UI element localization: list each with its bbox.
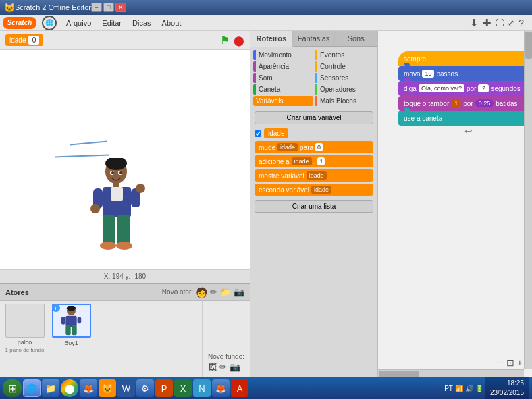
minimize-button[interactable]: − [91,3,102,12]
taskbar-chrome[interactable]: ⬤ [61,379,78,397]
stage-controls: ⚑ ⬤ [220,34,244,47]
bg-brush-icon[interactable]: ✏ [219,362,227,372]
new-bg-label: Novo fundo: [208,353,244,361]
stage-line-1 [70,140,107,145]
block-mude-var[interactable]: mude idade para 0 [255,141,373,153]
cat-sensores[interactable]: Sensores [315,73,375,83]
blocks-tabs: Roteiros Fantasias Sons [250,31,377,47]
add-icon[interactable]: ✚ [483,17,491,29]
create-list-button[interactable]: Criar uma lista [255,200,373,213]
svg-rect-21 [78,317,82,323]
fullscreen-icon[interactable]: ⛶ [496,18,504,28]
actor1-name: Boy1 [64,340,78,346]
cat-eventos[interactable]: Eventos [315,50,375,60]
stop-button[interactable]: ⬤ [234,35,244,46]
taskbar: ⊞ 🌐 📁 ⬤ 🦊 🐱 W ⚙ P X N 🦊 A PT 📶 🔊 🔋 18:25… [0,377,532,399]
new-bg-area: Novo fundo: 🖼 ✏ 📷 [202,301,250,377]
resize-icon[interactable]: ⤢ [508,18,514,28]
svg-rect-2 [113,182,119,187]
zoom-fit-button[interactable]: ⊡ [506,357,514,368]
taskbar-excel[interactable]: X [174,379,192,397]
zoom-controls: − ⊡ + [498,357,523,368]
zoom-out-button[interactable]: − [498,357,504,368]
cat-aparencia[interactable]: Aparência [253,61,313,72]
bg-camera-icon[interactable]: 📷 [230,362,240,372]
block-mostre-var: idade [307,171,327,180]
new-actor-person-icon[interactable]: 🧑 [196,287,207,298]
stage-section: idade 0 ⚑ ⬤ [0,31,250,377]
cat-som[interactable]: Som [253,73,313,83]
green-flag-button[interactable]: ⚑ [220,34,230,47]
zoom-in-button[interactable]: + [517,357,523,368]
taskbar-app7[interactable]: ⚙ [136,379,154,397]
taskbar-scratch[interactable]: 🐱 [99,379,116,397]
import-icon[interactable]: ⬇ [470,17,479,29]
var-checkbox-idade[interactable] [255,130,261,137]
taskbar-network-icon: 📶 [455,385,463,392]
create-var-button[interactable]: Criar uma variável [255,111,373,124]
close-button[interactable]: ✕ [115,3,126,12]
menu-about[interactable]: About [157,18,187,28]
stage-actor[interactable]: palco 1 pano de fundo [3,304,47,353]
taskbar-date: 23/02/2015 [490,388,524,398]
stage-thumb[interactable] [5,304,45,338]
menu-arquivo[interactable]: Arquivo [61,18,97,28]
globe-icon[interactable]: 🌐 [42,16,57,30]
bg-icons: 🖼 ✏ 📷 [208,362,244,372]
block-hat-sempre[interactable]: sempre [398,51,532,66]
svg-point-15 [111,171,114,174]
taskbar-folder[interactable]: 📁 [42,379,59,397]
start-button[interactable]: ⊞ [3,379,22,397]
tab-fantasias[interactable]: Fantasias [293,31,336,46]
menubar: Scratch 🌐 Arquivo Editar Dicas About ⬇ ✚… [0,15,532,31]
menu-editar[interactable]: Editar [97,18,127,28]
taskbar-game[interactable]: 🦊 [212,379,230,397]
scripts-area[interactable]: sempre mova 10 passos diga Olá, como vai… [378,31,532,377]
scratch-logo: Scratch [3,17,36,29]
blocks-content: Criar uma variável idade mude idade para… [250,109,377,377]
taskbar-clock[interactable]: 18:25 23/02/2015 [485,377,529,399]
tab-sons[interactable]: Sons [335,31,377,46]
actor-info-badge[interactable]: i [52,304,60,312]
bg-person-icon[interactable]: 🖼 [208,362,217,372]
taskbar-ppt[interactable]: P [155,379,173,397]
scripts-hscrollbar[interactable] [378,369,524,377]
help-icon[interactable]: ? [518,18,524,28]
taskbar-word[interactable]: W [117,379,135,397]
var-display: idade 0 [5,34,43,46]
svg-rect-22 [65,325,70,335]
block-mostre[interactable]: mostre variável idade [255,169,373,182]
cat-mais[interactable]: Mais Blocos [315,96,375,106]
tab-roteiros[interactable]: Roteiros [250,31,293,47]
scripts-vscrollbar[interactable] [524,31,532,369]
taskbar-net[interactable]: N [193,379,211,397]
taskbar-pdf[interactable]: A [231,379,248,397]
new-actor-camera-icon[interactable]: 📷 [234,287,244,297]
new-actor-folder-icon[interactable]: 📁 [220,287,231,297]
taskbar-time: 18:25 [490,379,524,388]
var-label: idade [9,36,26,44]
cat-movimento[interactable]: Movimento [253,50,313,60]
actors-title: Atores [5,288,29,296]
block-diga[interactable]: diga Olá, como vai? por 2 segundos [398,81,532,96]
block-esconda[interactable]: esconda variável idade [255,184,373,196]
block-tambor[interactable]: toque o tambor 1 por 0.25 batidas [398,96,532,111]
block-tambor-mid: por [463,100,473,107]
menu-dicas[interactable]: Dicas [127,18,157,28]
actor-boy1[interactable]: i Boy1 [49,304,93,346]
cat-controle[interactable]: Controle [315,61,375,72]
cat-operadores[interactable]: Operadores [315,84,375,95]
block-adicione[interactable]: adicione a idade , 1 [255,155,373,167]
new-actor-brush-icon[interactable]: ✏ [210,287,217,297]
block-caneta[interactable]: use a caneta [398,111,532,126]
new-actor-area: Novo ator: 🧑 ✏ 📁 📷 [162,287,244,298]
svg-rect-9 [103,215,115,245]
var-name-block[interactable]: idade [264,128,288,138]
cat-caneta[interactable]: Caneta [253,84,313,95]
svg-rect-4 [111,187,123,201]
maximize-button[interactable]: □ [103,3,114,12]
cat-variaveis[interactable]: Variáveis [253,96,313,106]
taskbar-firefox[interactable]: 🦊 [80,379,97,397]
block-mova[interactable]: mova 10 passos [398,66,532,81]
taskbar-ie[interactable]: 🌐 [23,379,41,397]
